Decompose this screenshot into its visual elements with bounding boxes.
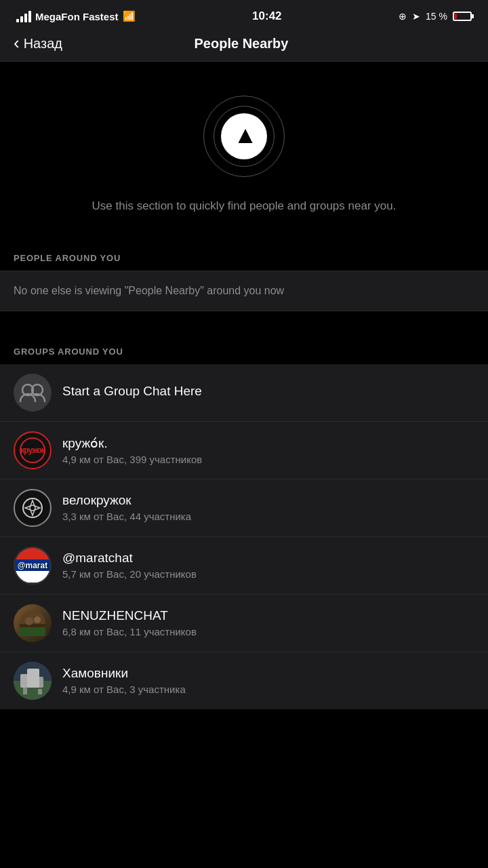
hamovniki-info: Хамовники 4,9 км от Вас, 3 участника [62,666,474,695]
navigation-icon: ➤ [412,11,420,22]
kruzhok-name: кружо́к. [62,435,474,451]
nenutzen-name: NENUZHENCHAT [62,608,474,623]
marat-avatar-text: @marat [18,561,47,570]
hamovniki-avatar [14,662,52,700]
hamovniki-meta: 4,9 км от Вас, 3 участника [62,684,474,695]
people-section-title: PEOPLE AROUND YOU [14,253,121,263]
people-empty-state: No one else is viewing "People Nearby" a… [0,271,488,311]
nav-bar: ‹ Назад People Nearby [0,30,488,62]
marat-avatar: @marat [14,547,52,585]
nenutzen-avatar [14,604,52,642]
marat-meta: 5,7 км от Вас, 20 участников [62,568,474,580]
group-item-velo[interactable]: велокружок 3,3 км от Вас, 44 участника [0,479,488,537]
battery-icon [453,12,472,21]
signal-icon [16,11,31,22]
carrier-name: MegaFon Fastest [35,11,119,22]
start-group-icon [14,374,52,412]
status-time: 10:42 [252,9,281,23]
nenutzen-info: NENUZHENCHAT 6,8 км от Вас, 11 участнико… [62,608,474,637]
svg-point-3 [30,505,35,511]
spacer [0,311,488,336]
group-item-kruzhok[interactable]: кружок кружо́к. 4,9 км от Вас, 399 участ… [0,422,488,479]
back-label: Назад [24,36,62,52]
people-empty-text: No one else is viewing "People Nearby" a… [14,285,284,296]
location-icon: ⊕ [399,11,407,22]
battery-percent: 15 % [426,11,447,22]
svg-point-6 [25,617,33,625]
back-button[interactable]: ‹ Назад [14,35,62,52]
people-section-header: PEOPLE AROUND YOU [0,242,488,271]
start-group-name: Start a Group Chat Here [62,384,474,399]
carrier-signal: MegaFon Fastest 📶 [16,10,136,22]
status-bar: MegaFon Fastest 📶 10:42 ⊕ ➤ 15 % [0,0,488,30]
marat-info: @maratchat 5,7 км от Вас, 20 участников [62,551,474,580]
navigation-arrow-icon: ▲ [233,123,258,147]
velo-info: велокружок 3,3 км от Вас, 44 участника [62,493,474,522]
group-item-marat[interactable]: @marat @maratchat 5,7 км от Вас, 20 учас… [0,537,488,595]
marat-name: @maratchat [62,551,474,566]
hero-description: Use this section to quickly find people … [92,197,396,215]
groups-list: Start a Group Chat Here кружок кружо́к. … [0,364,488,709]
svg-rect-13 [27,669,39,688]
hero-section: ▲ Use this section to quickly find peopl… [0,62,488,242]
kruzhok-meta: 4,9 км от Вас, 399 участников [62,454,474,465]
hamovniki-name: Хамовники [62,666,474,681]
start-group-item[interactable]: Start a Group Chat Here [0,364,488,422]
start-group-info: Start a Group Chat Here [62,384,474,401]
groups-section-title: GROUPS AROUND YOU [14,347,123,357]
radar-icon: ▲ [203,96,285,177]
status-right-icons: ⊕ ➤ 15 % [399,11,472,22]
svg-rect-8 [20,627,45,636]
kruzhok-avatar: кружок [14,431,52,469]
back-chevron-icon: ‹ [14,34,20,52]
svg-rect-14 [23,688,27,694]
group-item-nenutzen[interactable]: NENUZHENCHAT 6,8 км от Вас, 11 участнико… [0,595,488,652]
kruzhok-info: кружо́к. 4,9 км от Вас, 399 участников [62,435,474,465]
groups-section-header: GROUPS AROUND YOU [0,336,488,364]
nenutzen-meta: 6,8 км от Вас, 11 участников [62,626,474,637]
page-title: People Nearby [195,36,289,52]
velo-meta: 3,3 км от Вас, 44 участника [62,511,474,522]
velo-avatar [14,489,52,527]
svg-rect-15 [38,689,42,694]
svg-point-7 [34,616,41,623]
velo-name: велокружок [62,493,474,508]
wifi-icon: 📶 [123,10,136,22]
group-item-hamovniki[interactable]: Хамовники 4,9 км от Вас, 3 участника [0,652,488,709]
